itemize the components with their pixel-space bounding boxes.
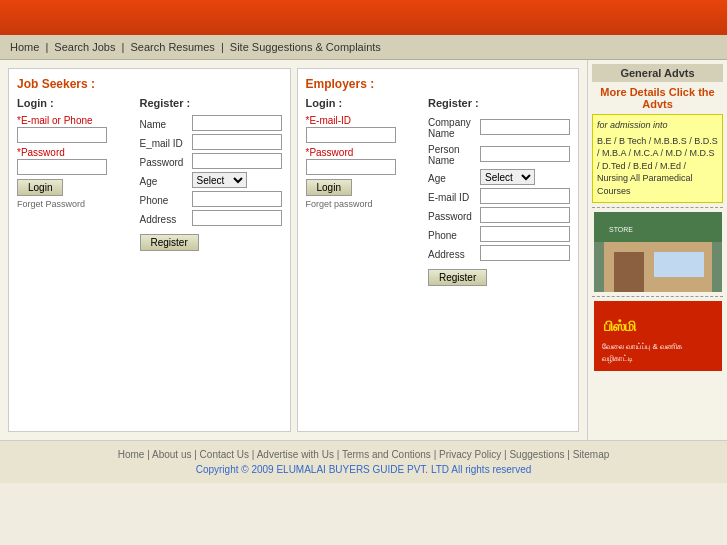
- employers-title: Employers :: [306, 77, 571, 91]
- emp-login-button[interactable]: Login: [306, 179, 352, 196]
- ad-image-red: பிஸ்மி வேலை வாய்ப்பு & வணிக வழிகாட்டி: [594, 301, 722, 371]
- reg-phone-input[interactable]: [192, 191, 282, 207]
- ad-image-shop: STORE: [594, 212, 722, 292]
- reg-name-input[interactable]: [192, 115, 282, 131]
- top-banner: [0, 0, 727, 35]
- ad-header: for admission into: [597, 119, 718, 132]
- divider-2: [592, 296, 723, 297]
- password-label: *Password: [17, 147, 136, 158]
- footer-about[interactable]: About us: [152, 449, 191, 460]
- main-content: Job Seekers : Login : *E-mail or Phone *…: [0, 60, 727, 440]
- password-input[interactable]: [17, 159, 107, 175]
- emp-password-input[interactable]: [306, 159, 396, 175]
- svg-rect-3: [654, 252, 704, 277]
- footer: Home | About us | Contact Us | Advertise…: [0, 440, 727, 483]
- reg-name-label: Name: [140, 117, 192, 130]
- employers-login-title: Login :: [306, 97, 425, 109]
- footer-advertise[interactable]: Advertise with Us: [257, 449, 334, 460]
- emp-reg-password-input[interactable]: [480, 207, 570, 223]
- svg-text:STORE: STORE: [609, 226, 633, 233]
- emp-address-label: Address: [428, 247, 480, 260]
- employers-register-title: Register :: [428, 97, 570, 109]
- sidebar-title: General Advts: [592, 64, 723, 82]
- job-seekers-login-panel: Login : *E-mail or Phone *Password Login…: [17, 97, 136, 251]
- footer-links: Home | About us | Contact Us | Advertise…: [8, 449, 719, 460]
- footer-copyright: Copyright © 2009 ELUMALAI BUYERS GUIDE P…: [8, 464, 719, 475]
- reg-address-label: Address: [140, 212, 192, 225]
- reg-email-input[interactable]: [192, 134, 282, 150]
- job-seekers-title: Job Seekers :: [17, 77, 282, 91]
- reg-age-label: Age: [140, 174, 192, 187]
- footer-contact[interactable]: Contact Us: [200, 449, 249, 460]
- emp-email-input[interactable]: [306, 127, 396, 143]
- employers-inner: Login : *E-mail-ID *Password Login Forge…: [306, 97, 571, 286]
- emp-password-label: *Password: [306, 147, 425, 158]
- footer-sitemap[interactable]: Sitemap: [573, 449, 610, 460]
- svg-text:பிஸ்மி: பிஸ்மி: [604, 319, 637, 334]
- email-phone-label: *E-mail or Phone: [17, 115, 136, 126]
- ad-content: B.E / B Tech / M.B.B.S / B.D.S / M.B.A /…: [597, 135, 718, 198]
- nav-suggestions[interactable]: Site Suggestions & Complaints: [230, 41, 381, 53]
- emp-address-row: Address: [428, 245, 570, 261]
- reg-age-row: Age Select: [140, 172, 282, 188]
- job-seekers-login-title: Login :: [17, 97, 136, 109]
- emp-reg-password-row: Password: [428, 207, 570, 223]
- register-button[interactable]: Register: [140, 234, 199, 251]
- reg-name-row: Name: [140, 115, 282, 131]
- emp-register-button[interactable]: Register: [428, 269, 487, 286]
- sidebar-more-link[interactable]: More Details Click the Advts: [592, 86, 723, 110]
- job-seekers-inner: Login : *E-mail or Phone *Password Login…: [17, 97, 282, 251]
- employers-register-panel: Register : Company Name Person Name Age …: [428, 97, 570, 286]
- email-phone-row: *E-mail or Phone: [17, 115, 136, 143]
- reg-email-label: E_mail ID: [140, 136, 192, 149]
- emp-password-row: *Password: [306, 147, 425, 175]
- footer-home[interactable]: Home: [118, 449, 145, 460]
- reg-phone-row: Phone: [140, 191, 282, 207]
- emp-email-label: *E-mail-ID: [306, 115, 425, 126]
- svg-rect-2: [614, 252, 644, 292]
- employers-section: Employers : Login : *E-mail-ID *Password…: [297, 68, 580, 432]
- emp-phone-label: Phone: [428, 228, 480, 241]
- reg-email-row: E_mail ID: [140, 134, 282, 150]
- emp-address-input[interactable]: [480, 245, 570, 261]
- emp-forget-password-link[interactable]: Forget password: [306, 199, 425, 209]
- job-seekers-register-panel: Register : Name E_mail ID Password: [140, 97, 282, 251]
- right-sidebar: General Advts More Details Click the Adv…: [587, 60, 727, 440]
- footer-terms[interactable]: Terms and Contions: [342, 449, 431, 460]
- footer-privacy[interactable]: Privacy Policy: [439, 449, 501, 460]
- reg-age-select[interactable]: Select: [192, 172, 247, 188]
- footer-suggestions[interactable]: Suggestions: [509, 449, 564, 460]
- emp-company-label: Company Name: [428, 115, 480, 139]
- job-seekers-register-title: Register :: [140, 97, 282, 109]
- emp-company-input[interactable]: [480, 119, 570, 135]
- nav-search-resumes[interactable]: Search Resumes: [130, 41, 214, 53]
- emp-phone-row: Phone: [428, 226, 570, 242]
- emp-age-label: Age: [428, 171, 480, 184]
- shop-image-svg: STORE: [594, 212, 722, 292]
- emp-person-input[interactable]: [480, 146, 570, 162]
- nav-home[interactable]: Home: [10, 41, 39, 53]
- ad-box-yellow: for admission into B.E / B Tech / M.B.B.…: [592, 114, 723, 203]
- emp-person-row: Person Name: [428, 142, 570, 166]
- email-phone-input[interactable]: [17, 127, 107, 143]
- emp-company-row: Company Name: [428, 115, 570, 139]
- nav-search-jobs[interactable]: Search Jobs: [54, 41, 115, 53]
- reg-phone-label: Phone: [140, 193, 192, 206]
- reg-address-row: Address: [140, 210, 282, 226]
- reg-password-input[interactable]: [192, 153, 282, 169]
- reg-address-input[interactable]: [192, 210, 282, 226]
- emp-emailid-label: E-mail ID: [428, 190, 480, 203]
- password-row: *Password: [17, 147, 136, 175]
- svg-text:வழிகாட்டி: வழிகாட்டி: [602, 354, 633, 364]
- forget-password-link[interactable]: Forget Password: [17, 199, 136, 209]
- emp-emailid-input[interactable]: [480, 188, 570, 204]
- divider-1: [592, 207, 723, 208]
- emp-phone-input[interactable]: [480, 226, 570, 242]
- login-button[interactable]: Login: [17, 179, 63, 196]
- svg-text:வேலை வாய்ப்பு & வணிக: வேலை வாய்ப்பு & வணிக: [602, 342, 683, 351]
- emp-age-select[interactable]: Select: [480, 169, 535, 185]
- emp-person-label: Person Name: [428, 142, 480, 166]
- reg-password-label: Password: [140, 155, 192, 168]
- tamil-ad-svg: பிஸ்மி வேலை வாய்ப்பு & வணிக வழிகாட்டி: [594, 301, 722, 371]
- employers-login-panel: Login : *E-mail-ID *Password Login Forge…: [306, 97, 425, 286]
